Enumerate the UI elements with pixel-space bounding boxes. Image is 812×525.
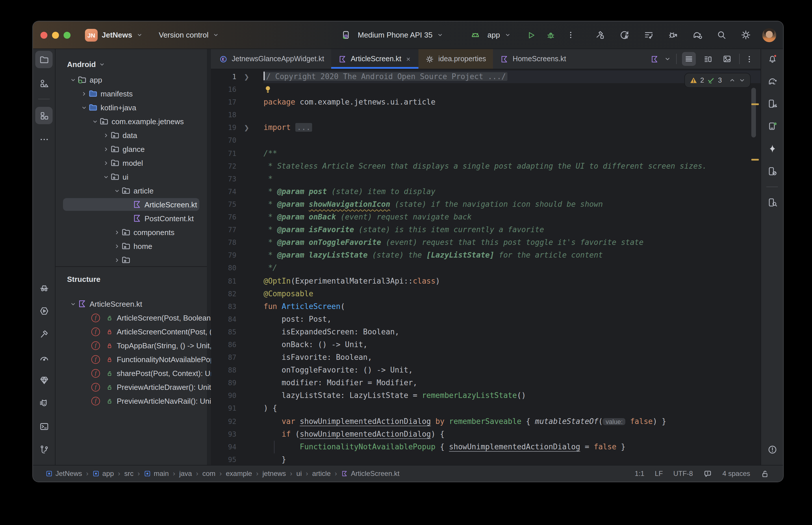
blocks-tool-button[interactable] [35, 107, 53, 124]
breadcrumb-item-app[interactable]: app [92, 469, 114, 478]
debug-button[interactable] [543, 27, 558, 43]
phone-link-tool-button[interactable] [765, 163, 780, 178]
code-line-84[interactable]: 84 post: Post, [211, 313, 761, 326]
bubble-warning-icon[interactable] [703, 469, 712, 478]
code-line-71[interactable]: 71/** [211, 147, 761, 160]
tree-item-data[interactable]: data [56, 128, 211, 142]
tree-item-com-example-jetnews[interactable]: com.example.jetnews [56, 114, 211, 128]
fold-marker-icon[interactable]: ❯ [236, 71, 264, 83]
close-window-button[interactable] [41, 31, 47, 39]
tree-item-ui[interactable]: ui [56, 170, 211, 184]
tree-item-home[interactable]: home [56, 239, 211, 253]
minimize-window-button[interactable] [52, 31, 59, 39]
profiler-lines-button[interactable] [641, 27, 656, 43]
code-line-73[interactable]: 73 * [211, 173, 761, 185]
previous-problem-chevron-up-icon[interactable] [729, 77, 736, 84]
code-line-16[interactable]: 16 [211, 83, 761, 96]
tab-articlescreen-kt[interactable]: ArticleScreen.kt [331, 49, 419, 69]
caret-position-widget[interactable]: 1:1 [635, 469, 645, 478]
structure-item[interactable]: fPreviewArticleDrawer(): Unit [56, 380, 211, 394]
more-tool-button[interactable] [36, 132, 51, 147]
chevron-down-icon[interactable] [664, 56, 671, 62]
project-name-button[interactable]: JetNews [102, 31, 132, 39]
gradle-elephant-sync-button[interactable] [690, 27, 705, 43]
search-button[interactable] [714, 27, 729, 43]
code-line-83[interactable]: 83fun ArticleScreen( [211, 300, 761, 313]
tree-item-components[interactable]: components [56, 225, 211, 239]
kotlin-file-icon[interactable] [650, 55, 659, 63]
hexagon-play-tool-button[interactable] [36, 303, 51, 318]
gear-button[interactable] [738, 27, 753, 43]
breadcrumb-item-jetnews[interactable]: jetnews [262, 469, 286, 478]
folder-tool-button[interactable] [35, 51, 53, 68]
code-line-86[interactable]: 86 onBack: () -> Unit, [211, 339, 761, 351]
tree-item-glance[interactable]: glance [56, 142, 211, 156]
breadcrumb-item-com[interactable]: com [202, 469, 215, 478]
list-view-button[interactable] [682, 52, 696, 66]
code-line-74[interactable]: 74 * @param post (state) item to display [211, 185, 761, 198]
bell-tool-button[interactable] [765, 51, 780, 66]
hammer-button[interactable] [592, 27, 607, 43]
design-view-button[interactable] [720, 52, 734, 66]
code-line-95[interactable]: 95 } [211, 453, 761, 465]
indent-widget[interactable]: 4 spaces [722, 469, 750, 478]
cat-tool-button[interactable] [36, 396, 51, 411]
next-problem-chevron-down-icon[interactable] [739, 77, 745, 84]
device-selector[interactable]: Medium Phone API 35 [358, 31, 432, 39]
titlebar[interactable]: JN JetNews Version control Medium Phone … [33, 21, 783, 49]
editor-scrollbar[interactable] [751, 88, 756, 137]
code-line-78[interactable]: 78 * @param onToggleFavorite (event) req… [211, 236, 761, 249]
code-line-89[interactable]: 89 modifier: Modifier = Modifier, [211, 377, 761, 390]
code-line-72[interactable]: 72 * Stateless Article Screen that displ… [211, 160, 761, 172]
phone-search-tool-button[interactable] [765, 195, 780, 210]
breadcrumb-item-example[interactable]: example [226, 469, 252, 478]
error-circle-tool-button[interactable] [765, 442, 780, 457]
code-line-92[interactable]: 92 var showUnimplementedActionDialog by … [211, 415, 761, 428]
code-line-80[interactable]: 80 */ [211, 262, 761, 275]
vcs-widget-button[interactable]: Version control [159, 31, 209, 39]
code-line-94[interactable]: 94 FunctionalityNotAvailablePopup { show… [211, 440, 761, 453]
spy-hat-tool-button[interactable] [36, 280, 51, 295]
code-line-82[interactable]: 82@Composable [211, 287, 761, 300]
avatar[interactable] [762, 28, 776, 42]
tree-item-app[interactable]: app [56, 73, 211, 87]
tab-options-kebab-icon[interactable] [745, 55, 754, 63]
code-line-85[interactable]: 85 isExpandedScreen: Boolean, [211, 326, 761, 339]
split-view-button[interactable] [701, 52, 715, 66]
window-controls[interactable] [41, 21, 71, 48]
tree-item[interactable] [56, 253, 211, 266]
code-line-79[interactable]: 79 * @param lazyListState (state) the [L… [211, 249, 761, 262]
breadcrumb-item-main[interactable]: main [144, 469, 169, 478]
code-editor[interactable]: 1❯/ Copyright 2020 The Android Open Sour… [211, 69, 761, 465]
structure-item[interactable]: fFunctionalityNotAvailablePop [56, 352, 211, 366]
tree-item-articlescreen-kt[interactable]: ArticleScreen.kt [56, 197, 211, 211]
encoding-widget[interactable]: UTF-8 [673, 469, 693, 478]
breadcrumb-item-java[interactable]: java [179, 469, 192, 478]
branch-tool-button[interactable] [36, 442, 51, 457]
tree-item-postcontent-kt[interactable]: PostContent.kt [56, 211, 211, 225]
code-line-87[interactable]: 87 isFavorite: Boolean, [211, 351, 761, 364]
code-line-88[interactable]: 88 onToggleFavorite: () -> Unit, [211, 364, 761, 377]
structure-item[interactable]: fsharePost(Post, Context): Un [56, 366, 211, 380]
gauge-tool-button[interactable] [36, 349, 51, 364]
tab-homescreens-kt[interactable]: HomeScreens.kt [493, 49, 573, 69]
tree-item-kotlin-java[interactable]: kotlin+java [56, 101, 211, 114]
inspections-widget[interactable]: 2 3 [684, 73, 751, 88]
tab-idea-properties[interactable]: idea.properties [419, 49, 493, 69]
tree-item-article[interactable]: article [56, 184, 211, 197]
running-device-tool-button[interactable] [765, 118, 780, 133]
run-button[interactable] [523, 27, 538, 43]
tree-item-model[interactable]: model [56, 156, 211, 170]
sync-letter-a-button[interactable] [617, 27, 632, 43]
tree-item-manifests[interactable]: manifests [56, 87, 211, 101]
code-line-90[interactable]: 90 lazyListState: LazyListState = rememb… [211, 390, 761, 402]
close-tab-icon[interactable] [405, 56, 412, 62]
sparkle-tool-button[interactable] [765, 141, 780, 156]
line-separator-widget[interactable]: LF [655, 469, 663, 478]
structure-item[interactable]: fArticleScreen(Post, Boolean, [56, 311, 211, 325]
gem-tool-button[interactable] [36, 373, 51, 388]
unlock-icon[interactable] [761, 469, 769, 478]
code-line-76[interactable]: 76 * @param onBack (event) request navig… [211, 211, 761, 224]
breadcrumb-item-jetnews[interactable]: JetNews [46, 469, 82, 478]
breadcrumb-item-src[interactable]: src [124, 469, 133, 478]
